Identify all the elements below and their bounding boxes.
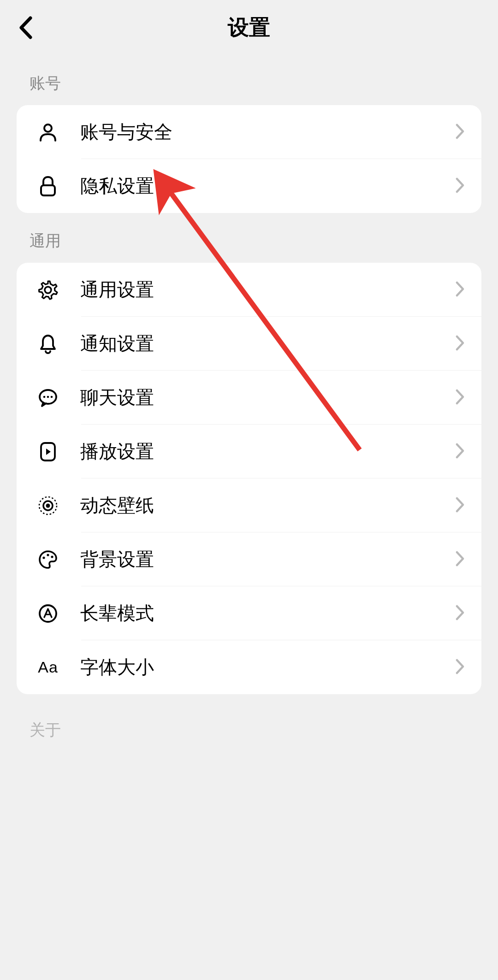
item-notification-settings[interactable]: 通知设置 xyxy=(17,317,481,371)
section-header-about: 关于 xyxy=(0,694,498,752)
a-circle-icon xyxy=(34,603,62,624)
header: 设置 xyxy=(0,0,498,55)
item-elder-mode[interactable]: 长辈模式 xyxy=(17,586,481,640)
item-label: 长辈模式 xyxy=(80,601,456,626)
item-chat-settings[interactable]: 聊天设置 xyxy=(17,371,481,425)
item-privacy-settings[interactable]: 隐私设置 xyxy=(17,159,481,213)
aa-icon: Aa xyxy=(34,658,62,676)
item-label: 通知设置 xyxy=(80,331,456,356)
section-header-account: 账号 xyxy=(0,55,498,105)
svg-point-12 xyxy=(42,556,45,559)
svg-point-15 xyxy=(40,605,56,622)
gear-icon xyxy=(34,280,62,300)
item-font-size[interactable]: Aa 字体大小 xyxy=(17,640,481,694)
svg-point-5 xyxy=(47,396,49,398)
item-label: 账号与安全 xyxy=(80,119,456,145)
chevron-right-icon xyxy=(456,443,465,460)
svg-point-2 xyxy=(45,287,51,293)
svg-point-6 xyxy=(51,396,53,398)
chevron-right-icon xyxy=(456,124,465,141)
chevron-right-icon xyxy=(456,497,465,514)
item-general-settings[interactable]: 通用设置 xyxy=(17,263,481,317)
play-icon xyxy=(34,442,62,462)
item-label: 动态壁纸 xyxy=(80,493,456,518)
general-card: 通用设置 通知设置 聊天设置 xyxy=(17,263,481,694)
live-icon xyxy=(34,496,62,516)
svg-rect-1 xyxy=(41,185,55,195)
chevron-right-icon xyxy=(456,551,465,568)
chevron-right-icon xyxy=(456,281,465,299)
item-label: 背景设置 xyxy=(80,547,456,572)
chevron-right-icon xyxy=(456,605,465,622)
account-card: 账号与安全 隐私设置 xyxy=(17,105,481,213)
back-button[interactable] xyxy=(12,14,40,41)
item-background-settings[interactable]: 背景设置 xyxy=(17,532,481,586)
chevron-right-icon xyxy=(456,177,465,195)
svg-point-13 xyxy=(47,554,49,556)
bell-icon xyxy=(34,334,62,354)
item-playback-settings[interactable]: 播放设置 xyxy=(17,425,481,478)
svg-point-0 xyxy=(44,124,52,132)
chevron-right-icon xyxy=(456,659,465,676)
item-label: 字体大小 xyxy=(80,655,456,680)
item-account-security[interactable]: 账号与安全 xyxy=(17,105,481,159)
item-label: 通用设置 xyxy=(80,277,456,302)
svg-marker-8 xyxy=(46,449,51,455)
page-title: 设置 xyxy=(228,13,270,42)
chevron-left-icon xyxy=(18,16,33,39)
svg-point-11 xyxy=(46,503,50,508)
item-live-wallpaper[interactable]: 动态壁纸 xyxy=(17,478,481,532)
item-label: 隐私设置 xyxy=(80,173,456,199)
section-header-general: 通用 xyxy=(0,213,498,263)
user-icon xyxy=(34,122,62,142)
chevron-right-icon xyxy=(456,335,465,353)
item-label: 播放设置 xyxy=(80,439,456,464)
item-label: 聊天设置 xyxy=(80,385,456,410)
chat-icon xyxy=(34,388,62,408)
chevron-right-icon xyxy=(456,389,465,407)
svg-point-4 xyxy=(43,396,46,398)
lock-icon xyxy=(34,176,62,196)
svg-point-14 xyxy=(51,555,53,558)
palette-icon xyxy=(34,549,62,570)
